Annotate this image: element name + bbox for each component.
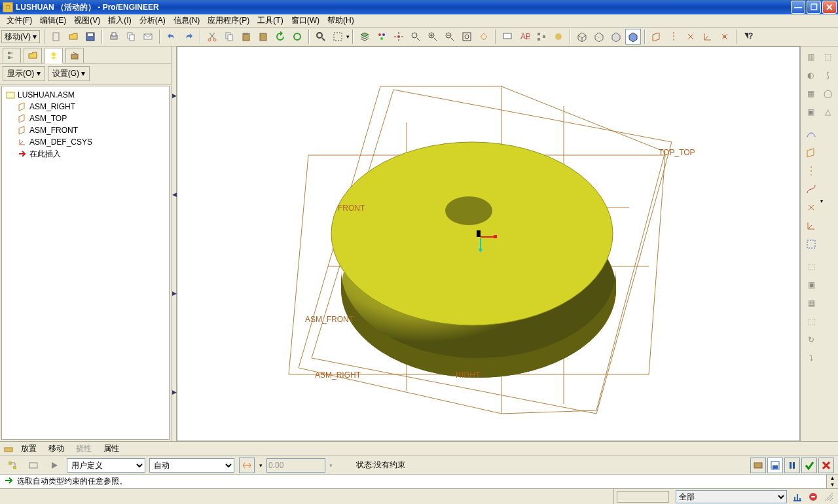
flex-icon[interactable]: ↻: [803, 331, 820, 348]
orient-icon[interactable]: [476, 29, 492, 45]
menu-file[interactable]: 文件(F): [3, 14, 36, 27]
zoom-fit-icon[interactable]: [459, 29, 475, 45]
tree-tab-2[interactable]: [24, 48, 42, 63]
blend-icon[interactable]: ▦: [803, 85, 819, 102]
shaded-icon[interactable]: [625, 29, 641, 45]
tree-item[interactable]: ASM_DEF_CSYS: [15, 136, 168, 148]
no-hidden-icon[interactable]: [608, 29, 624, 45]
save-icon[interactable]: [82, 29, 98, 45]
shell-icon[interactable]: ▣: [803, 103, 819, 120]
model-tree[interactable]: LUSHUAN.ASM ASM_RIGHT ASM_TOP ASM_FRONT …: [1, 86, 170, 440]
print-icon[interactable]: [106, 29, 122, 45]
spin-center-icon[interactable]: [391, 29, 407, 45]
expand-panel-icon[interactable]: [767, 458, 783, 473]
sketch-icon[interactable]: [803, 236, 820, 253]
find-icon[interactable]: [313, 29, 329, 45]
help-icon[interactable]: ?: [740, 29, 756, 45]
regen2-icon[interactable]: [289, 29, 305, 45]
hole-icon[interactable]: ◯: [820, 85, 837, 102]
paste-icon[interactable]: [238, 29, 254, 45]
collapse-panel-icon[interactable]: [750, 458, 766, 473]
autotype-icon[interactable]: [26, 458, 41, 473]
rib-icon[interactable]: △: [820, 103, 837, 120]
datum-curve-icon[interactable]: [803, 181, 820, 198]
pause-button[interactable]: [784, 458, 800, 473]
menu-analysis[interactable]: 分析(A): [136, 14, 170, 27]
datum-point3-icon[interactable]: [803, 199, 820, 216]
menu-info[interactable]: 信息(N): [170, 14, 204, 27]
view-mgr-icon[interactable]: [374, 29, 390, 45]
appearance-icon[interactable]: [551, 29, 566, 45]
misc-icon[interactable]: ⤵: [803, 350, 820, 367]
datum-point2-icon[interactable]: [717, 29, 733, 45]
component-icon[interactable]: ⬚: [803, 258, 820, 275]
flip-icon[interactable]: [239, 458, 255, 473]
datum-axis2-icon[interactable]: [803, 162, 820, 179]
datum-plane-icon[interactable]: [649, 29, 665, 45]
datum-csys-icon[interactable]: [700, 29, 716, 45]
graphics-viewport[interactable]: TOP_TOP FRONT ASM_FRONT ASM_RIGHT RIGHT: [177, 46, 800, 441]
setting-dropdown[interactable]: 设置(G) ▾: [48, 66, 90, 81]
hidden-line-icon[interactable]: [591, 29, 607, 45]
regen-icon[interactable]: [272, 29, 288, 45]
status-stop-icon[interactable]: [807, 490, 820, 503]
maximize-button[interactable]: ❐: [807, 1, 821, 14]
sketch-curve-icon[interactable]: [803, 126, 820, 143]
extrude-icon[interactable]: ⬚: [820, 48, 837, 65]
menu-window[interactable]: 窗口(W): [287, 14, 323, 27]
message-scroll[interactable]: ▲▼: [826, 475, 838, 488]
layer-icon[interactable]: [357, 29, 373, 45]
play-icon[interactable]: [46, 458, 62, 473]
cancel-button[interactable]: [818, 458, 834, 473]
datum-plane2-icon[interactable]: [803, 144, 820, 161]
tab-place[interactable]: 放置: [16, 442, 42, 456]
select-icon[interactable]: [330, 29, 346, 45]
mirror-icon[interactable]: ▥: [803, 48, 819, 65]
copy-icon[interactable]: [123, 29, 139, 45]
filter-select[interactable]: 全部: [676, 490, 787, 503]
revolve-icon[interactable]: ◐: [803, 67, 819, 84]
datum-point-icon[interactable]: [683, 29, 699, 45]
redo-icon[interactable]: [181, 29, 196, 45]
tree-tab-4[interactable]: [65, 48, 84, 63]
tree-tab-1[interactable]: [3, 48, 21, 63]
pattern-icon[interactable]: ▦: [803, 295, 820, 312]
menu-insert[interactable]: 插入(I): [104, 14, 135, 27]
tab-move[interactable]: 移动: [43, 442, 69, 456]
create-comp-icon[interactable]: ▣: [803, 276, 820, 293]
zoom-out-icon[interactable]: [442, 29, 458, 45]
tree-item[interactable]: ASM_TOP: [15, 113, 168, 124]
email-icon[interactable]: [140, 29, 156, 45]
tree-root[interactable]: LUSHUAN.ASM: [3, 89, 168, 101]
tab-prop[interactable]: 属性: [98, 442, 124, 456]
constraint-set-select[interactable]: 用户定义: [67, 458, 145, 473]
splitter-left[interactable]: ▶◀▶▶: [172, 46, 177, 441]
display-dropdown[interactable]: 显示(O) ▾: [3, 66, 45, 81]
menu-edit[interactable]: 编辑(E): [36, 14, 70, 27]
paste-special-icon[interactable]: [255, 29, 271, 45]
minimize-button[interactable]: —: [791, 1, 805, 14]
zoom-icon[interactable]: [408, 29, 424, 45]
constraint-type-select[interactable]: 自动: [149, 458, 234, 473]
close-button[interactable]: ✕: [822, 1, 837, 14]
move-dropdown[interactable]: 移动(V) ▾: [1, 30, 40, 43]
group-icon[interactable]: ⬚: [803, 313, 820, 330]
tree-item[interactable]: ASM_FRONT: [15, 124, 168, 136]
wireframe-icon[interactable]: [574, 29, 590, 45]
saved-view-icon[interactable]: [500, 29, 515, 45]
undo-icon[interactable]: [164, 29, 179, 45]
model-tree-icon[interactable]: [534, 29, 549, 45]
status-graph-icon[interactable]: [791, 490, 804, 503]
tree-item[interactable]: ASM_RIGHT: [15, 101, 168, 113]
copy2-icon[interactable]: [221, 29, 237, 45]
menu-app[interactable]: 应用程序(P): [204, 14, 253, 27]
tree-item[interactable]: 在此插入: [15, 148, 168, 160]
datum-axis-icon[interactable]: [666, 29, 682, 45]
menu-help[interactable]: 帮助(H): [323, 14, 358, 27]
open-icon[interactable]: [65, 29, 81, 45]
menu-tools[interactable]: 工具(T): [253, 14, 287, 27]
new-icon[interactable]: [48, 29, 64, 45]
tab-flex[interactable]: 挠性: [71, 442, 97, 456]
ok-button[interactable]: [801, 458, 817, 473]
cut-icon[interactable]: [204, 29, 220, 45]
